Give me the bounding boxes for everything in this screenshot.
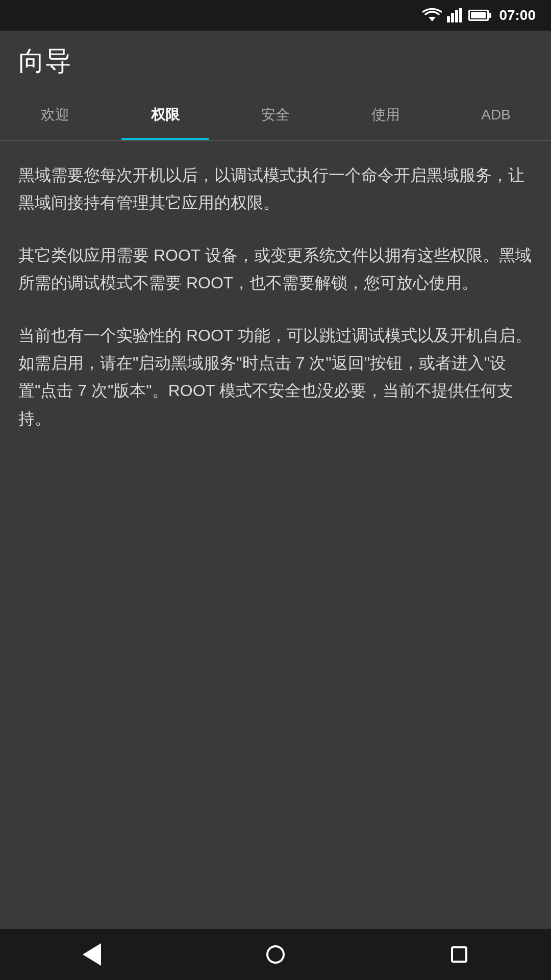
signal-icon (447, 8, 463, 22)
svg-rect-3 (455, 10, 458, 22)
paragraph-2: 其它类似应用需要 ROOT 设备，或变更系统文件以拥有这些权限。黑域所需的调试模… (18, 241, 533, 297)
battery-icon (468, 10, 489, 21)
nav-recents-button[interactable] (439, 934, 480, 975)
status-icons: 07:00 (422, 7, 536, 23)
home-icon (266, 945, 285, 964)
back-icon (83, 943, 101, 966)
tab-security[interactable]: 安全 (220, 92, 331, 140)
paragraph-1: 黑域需要您每次开机以后，以调试模式执行一个命令开启黑域服务，让黑域间接持有管理其… (18, 161, 533, 217)
tab-usage[interactable]: 使用 (331, 92, 441, 140)
svg-marker-0 (429, 17, 436, 21)
tab-permissions[interactable]: 权限 (110, 92, 220, 140)
svg-rect-4 (459, 8, 462, 22)
wifi-icon (422, 8, 442, 22)
nav-back-button[interactable] (71, 934, 112, 975)
status-time: 07:00 (499, 7, 536, 23)
tab-adb[interactable]: ADB (441, 92, 551, 140)
paragraph-3: 当前也有一个实验性的 ROOT 功能，可以跳过调试模式以及开机自启。如需启用，请… (18, 322, 533, 433)
nav-home-button[interactable] (255, 934, 296, 975)
recents-icon (451, 946, 467, 963)
svg-rect-2 (451, 13, 454, 22)
status-bar: 07:00 (0, 0, 551, 31)
app-title: 向导 (18, 43, 71, 79)
nav-bar (0, 929, 551, 980)
svg-rect-1 (447, 16, 450, 22)
content-area: 黑域需要您每次开机以后，以调试模式执行一个命令开启黑域服务，让黑域间接持有管理其… (0, 141, 551, 929)
tab-bar: 欢迎 权限 安全 使用 ADB (0, 92, 551, 141)
tab-welcome[interactable]: 欢迎 (0, 92, 110, 140)
app-bar: 向导 (0, 31, 551, 92)
